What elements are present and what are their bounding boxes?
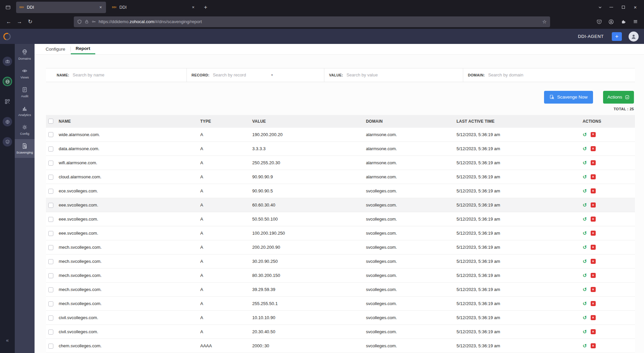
qr-code-icon[interactable] bbox=[3, 97, 12, 106]
record-search-input[interactable] bbox=[213, 72, 263, 77]
restore-history-icon[interactable]: ↺ bbox=[583, 132, 587, 137]
sidebar-item-config[interactable]: Config bbox=[15, 120, 35, 139]
key-icon[interactable] bbox=[92, 19, 96, 24]
row-checkbox[interactable] bbox=[48, 203, 53, 208]
sidebar-item-analytics[interactable]: Analytics bbox=[15, 102, 35, 120]
column-last-active-time[interactable]: LAST ACTIVE TIME bbox=[457, 115, 583, 128]
name-search-input[interactable] bbox=[73, 72, 186, 77]
row-checkbox[interactable] bbox=[48, 132, 53, 137]
window-minimize-button[interactable] bbox=[605, 2, 617, 12]
column-type[interactable]: TYPE bbox=[200, 115, 252, 128]
restore-history-icon[interactable]: ↺ bbox=[583, 231, 587, 236]
select-all-checkbox[interactable] bbox=[48, 119, 53, 124]
restore-history-icon[interactable]: ↺ bbox=[583, 202, 587, 208]
delete-icon[interactable]: × bbox=[591, 245, 596, 250]
pocket-icon[interactable] bbox=[594, 16, 604, 27]
restore-history-icon[interactable]: ↺ bbox=[583, 315, 587, 320]
value-search-input[interactable] bbox=[346, 72, 463, 77]
sidebar-item-audit[interactable]: Audit bbox=[15, 83, 35, 102]
bookmark-star-icon[interactable]: ☆ bbox=[542, 19, 547, 25]
camera-icon[interactable] bbox=[3, 57, 12, 66]
url-text[interactable]: https://ddidemo.zohocal.com/#/dns/scaven… bbox=[99, 19, 202, 24]
collapse-sidebar-icon[interactable]: « bbox=[6, 337, 9, 343]
account-icon[interactable] bbox=[606, 16, 616, 27]
restore-history-icon[interactable]: ↺ bbox=[583, 217, 587, 222]
window-close-button[interactable]: × bbox=[629, 2, 641, 12]
sidebar-item-domains[interactable]: com Domains bbox=[15, 45, 35, 64]
restore-history-icon[interactable]: ↺ bbox=[583, 273, 587, 278]
globe-icon[interactable] bbox=[3, 77, 12, 86]
sidebar-item-scavenging[interactable]: Scavenging bbox=[15, 139, 35, 158]
badge-icon[interactable] bbox=[3, 137, 12, 146]
restore-history-icon[interactable]: ↺ bbox=[583, 146, 587, 151]
wheel-icon[interactable] bbox=[3, 117, 12, 126]
delete-icon[interactable]: × bbox=[591, 231, 596, 236]
row-checkbox[interactable] bbox=[48, 259, 53, 264]
tab-report[interactable]: Report bbox=[71, 44, 96, 54]
lock-icon[interactable] bbox=[85, 19, 89, 24]
delete-icon[interactable]: × bbox=[591, 174, 596, 179]
delete-icon[interactable]: × bbox=[591, 132, 596, 137]
row-checkbox[interactable] bbox=[48, 175, 53, 180]
row-checkbox[interactable] bbox=[48, 217, 53, 222]
restore-history-icon[interactable]: ↺ bbox=[583, 188, 587, 193]
tab-configure[interactable]: Configure bbox=[41, 44, 70, 54]
restore-history-icon[interactable]: ↺ bbox=[583, 287, 587, 292]
delete-icon[interactable]: × bbox=[591, 217, 596, 222]
delete-icon[interactable]: × bbox=[591, 188, 596, 193]
delete-icon[interactable]: × bbox=[591, 343, 596, 348]
row-checkbox[interactable] bbox=[48, 301, 53, 306]
sidebar-item-views[interactable]: Views bbox=[15, 64, 35, 83]
new-tab-button[interactable]: + bbox=[201, 2, 211, 12]
browser-tab-active[interactable]: DDI DDI × bbox=[16, 2, 106, 13]
row-checkbox[interactable] bbox=[48, 161, 53, 166]
forward-icon[interactable]: → bbox=[14, 16, 25, 27]
delete-icon[interactable]: × bbox=[591, 301, 596, 306]
row-checkbox[interactable] bbox=[48, 231, 53, 236]
row-checkbox[interactable] bbox=[48, 344, 53, 349]
reload-icon[interactable]: ↻ bbox=[25, 16, 36, 27]
restore-history-icon[interactable]: ↺ bbox=[583, 343, 587, 348]
restore-history-icon[interactable]: ↺ bbox=[583, 174, 587, 179]
column-value[interactable]: VALUE bbox=[252, 115, 366, 128]
row-checkbox[interactable] bbox=[48, 245, 53, 250]
delete-icon[interactable]: × bbox=[591, 259, 596, 264]
delete-icon[interactable]: × bbox=[591, 315, 596, 320]
row-checkbox[interactable] bbox=[48, 189, 53, 194]
restore-history-icon[interactable]: ↺ bbox=[583, 160, 587, 165]
restore-history-icon[interactable]: ↺ bbox=[583, 301, 587, 306]
browser-tab[interactable]: DDI DDI × bbox=[109, 2, 199, 13]
firefox-view-icon[interactable] bbox=[3, 2, 13, 12]
domain-search-input[interactable] bbox=[488, 72, 635, 77]
delete-icon[interactable]: × bbox=[591, 287, 596, 292]
record-dropdown-chevron-icon[interactable]: ▾ bbox=[271, 73, 273, 77]
window-maximize-button[interactable] bbox=[617, 2, 629, 12]
extensions-puzzle-icon[interactable] bbox=[618, 16, 629, 27]
url-bar[interactable]: https://ddidemo.zohocal.com/#/dns/scaven… bbox=[74, 16, 550, 27]
row-checkbox[interactable] bbox=[48, 273, 53, 278]
shield-icon[interactable] bbox=[77, 19, 82, 24]
menu-hamburger-icon[interactable] bbox=[630, 16, 641, 27]
back-icon[interactable]: ← bbox=[3, 16, 14, 27]
delete-icon[interactable]: × bbox=[591, 160, 596, 165]
row-checkbox[interactable] bbox=[48, 146, 53, 152]
user-avatar[interactable] bbox=[629, 32, 639, 42]
actions-button[interactable]: Actions bbox=[603, 91, 634, 104]
row-checkbox[interactable] bbox=[48, 315, 53, 320]
tab-close-icon[interactable]: × bbox=[190, 4, 197, 11]
restore-history-icon[interactable]: ↺ bbox=[583, 245, 587, 250]
delete-icon[interactable]: × bbox=[591, 273, 596, 278]
delete-icon[interactable]: × bbox=[591, 329, 596, 334]
scavenge-now-button[interactable]: Scavenge Now bbox=[544, 91, 593, 104]
add-button[interactable]: + bbox=[612, 32, 622, 41]
restore-history-icon[interactable]: ↺ bbox=[583, 259, 587, 264]
row-checkbox[interactable] bbox=[48, 287, 53, 292]
delete-icon[interactable]: × bbox=[591, 146, 596, 151]
restore-history-icon[interactable]: ↺ bbox=[583, 329, 587, 334]
delete-icon[interactable]: × bbox=[591, 202, 596, 208]
list-all-tabs-icon[interactable] bbox=[595, 2, 605, 12]
column-name[interactable]: NAME bbox=[59, 115, 200, 128]
column-domain[interactable]: DOMAIN bbox=[366, 115, 457, 128]
tab-close-icon[interactable]: × bbox=[97, 4, 104, 11]
row-checkbox[interactable] bbox=[48, 330, 53, 335]
